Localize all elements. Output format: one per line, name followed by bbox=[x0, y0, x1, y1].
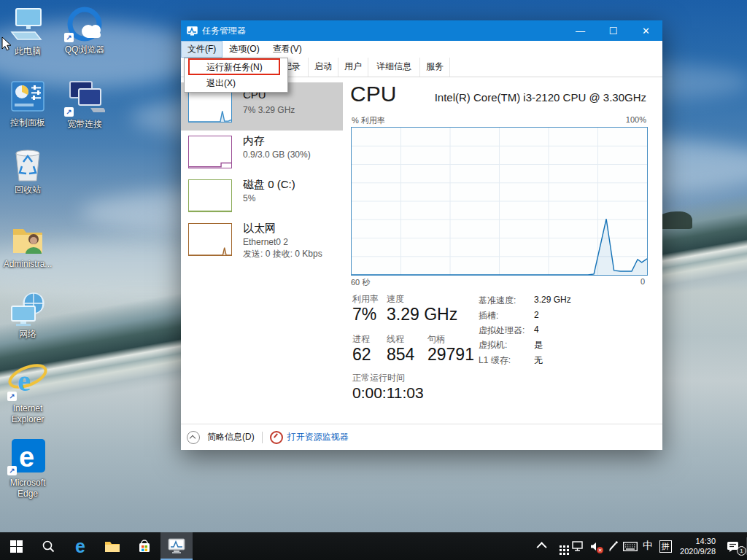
taskbar-task-manager-button[interactable] bbox=[160, 532, 193, 560]
file-menu-dropdown: 运行新任务(N) 退出(X) bbox=[184, 58, 288, 93]
sidebar-item-disk[interactable]: 磁盘 0 (C:) 5% bbox=[181, 175, 343, 219]
menu-file[interactable]: 文件(F) bbox=[181, 41, 222, 58]
action-center-button[interactable]: 1 bbox=[721, 532, 743, 560]
disk-sparkline bbox=[189, 180, 231, 211]
close-button[interactable]: ✕ bbox=[630, 20, 662, 41]
resource-monitor-icon bbox=[270, 431, 283, 444]
taskbar-file-explorer-button[interactable] bbox=[96, 532, 128, 560]
resource-monitor-label: 打开资源监视器 bbox=[287, 431, 349, 443]
desktop-icon-broadband[interactable]: ↗ 宽带连接 bbox=[55, 80, 114, 130]
desktop-icon-recycle-bin[interactable]: 回收站 bbox=[0, 146, 57, 195]
taskbar-edge-button[interactable]: e bbox=[64, 532, 96, 560]
desktop-icon-qq-browser[interactable]: ↗ QQ浏览器 bbox=[55, 6, 114, 55]
task-manager-window: 任务管理器 — ☐ ✕ 文件(F) 选项(O) 查看(V) 进程 性能 应用历史… bbox=[181, 20, 662, 450]
task-manager-app-icon bbox=[187, 26, 198, 36]
perf-heading: CPU bbox=[350, 82, 396, 106]
user-folder-icon bbox=[7, 220, 48, 257]
tray-show-hidden-icons[interactable] bbox=[534, 532, 551, 560]
sidebar-title: 内存 bbox=[243, 134, 265, 148]
sidebar-item-memory[interactable]: 内存 0.9/3.0 GB (30%) bbox=[181, 131, 343, 175]
network-monitor-icon bbox=[572, 541, 584, 551]
sidebar-sub: 5% bbox=[243, 192, 255, 204]
internet-explorer-icon: e ↗ bbox=[7, 360, 48, 401]
desktop-icon-network[interactable]: 网络 bbox=[0, 290, 57, 340]
stat-threads: 854 bbox=[387, 345, 414, 365]
clock-time: 14:30 bbox=[680, 536, 716, 546]
x-axis-left: 60 秒 bbox=[351, 277, 370, 288]
desktop-icon-admin-folder[interactable]: Administra... bbox=[0, 220, 57, 270]
ethernet-sparkline bbox=[189, 224, 231, 255]
sidebar-sub: 0.9/3.0 GB (30%) bbox=[243, 149, 311, 160]
taskbar: e ✕ 中 拼 bbox=[0, 532, 747, 560]
mouse-cursor bbox=[1, 36, 13, 52]
chevron-up-icon bbox=[537, 542, 547, 552]
info-value-sockets: 2 bbox=[534, 310, 539, 320]
microsoft-edge-icon: e ↗ bbox=[7, 438, 48, 475]
qq-browser-icon: ↗ bbox=[64, 6, 105, 42]
minimize-button[interactable]: — bbox=[564, 20, 597, 41]
tray-ime-mode[interactable]: 中 bbox=[639, 532, 657, 560]
open-resource-monitor-link[interactable]: 打开资源监视器 bbox=[270, 431, 349, 444]
network-icon bbox=[7, 290, 48, 327]
icon-label: 回收站 bbox=[0, 184, 57, 195]
menu-view[interactable]: 查看(V) bbox=[266, 41, 309, 58]
search-button[interactable] bbox=[32, 532, 64, 560]
tab-details[interactable]: 详细信息 bbox=[368, 58, 420, 77]
tab-services[interactable]: 服务 bbox=[420, 58, 450, 77]
chevron-up-circle-icon bbox=[187, 431, 200, 444]
edge-icon: e bbox=[75, 536, 85, 557]
stat-handles: 29791 bbox=[427, 345, 474, 365]
start-button[interactable] bbox=[0, 532, 32, 560]
stat-label-speed: 速度 bbox=[387, 293, 404, 306]
icon-label: 控制面板 bbox=[0, 117, 57, 128]
stat-speed: 3.29 GHz bbox=[387, 305, 457, 324]
stat-processes: 62 bbox=[352, 345, 371, 365]
uptime-value: 0:00:11:03 bbox=[352, 384, 424, 402]
this-pc-icon bbox=[7, 7, 48, 44]
tab-startup[interactable]: 启动 bbox=[309, 58, 338, 77]
info-value-l1-cache: 无 bbox=[534, 354, 543, 367]
ime-pinyin-badge: 拼 bbox=[659, 540, 672, 553]
pen-icon bbox=[608, 541, 619, 552]
tray-touch-keyboard-icon[interactable] bbox=[622, 532, 639, 560]
fewer-details-button[interactable]: 简略信息(D) bbox=[181, 431, 255, 444]
sidebar-item-ethernet[interactable]: 以太网 Ethernet0 2 发送: 0 接收: 0 Kbps bbox=[181, 219, 343, 265]
taskbar-clock[interactable]: 14:30 2020/9/28 bbox=[674, 536, 721, 556]
icon-label: Internet Explorer bbox=[0, 403, 57, 425]
tray-grid-icon[interactable] bbox=[551, 532, 569, 560]
titlebar: 任务管理器 — ☐ ✕ bbox=[181, 20, 662, 41]
memory-sparkline bbox=[189, 136, 231, 168]
menu-item-run-new-task[interactable]: 运行新任务(N) bbox=[185, 59, 287, 75]
tray-pen-icon[interactable] bbox=[604, 532, 622, 560]
info-value-virtual-machine: 是 bbox=[534, 339, 543, 351]
tray-network-icon[interactable] bbox=[569, 532, 587, 560]
menu-item-exit[interactable]: 退出(X) bbox=[185, 75, 287, 91]
stat-label-utilization: 利用率 bbox=[352, 293, 379, 306]
tray-ime-pinyin[interactable]: 拼 bbox=[657, 532, 674, 560]
info-value-virtual-processors: 4 bbox=[534, 324, 539, 335]
tray-volume-muted-icon[interactable]: ✕ bbox=[587, 532, 604, 560]
tab-users[interactable]: 用户 bbox=[338, 58, 368, 77]
desktop-icon-microsoft-edge[interactable]: e ↗ Microsoft Edge bbox=[0, 438, 57, 499]
stat-label-handles: 句柄 bbox=[427, 333, 445, 346]
icon-label: Microsoft Edge bbox=[0, 478, 57, 499]
shortcut-arrow-icon: ↗ bbox=[7, 466, 17, 475]
icon-label: 网络 bbox=[0, 329, 57, 340]
icon-label: QQ浏览器 bbox=[55, 44, 114, 55]
keyboard-icon bbox=[623, 542, 638, 551]
info-label-sockets: 插槽: bbox=[479, 310, 498, 322]
shortcut-arrow-icon: ↗ bbox=[7, 392, 17, 401]
maximize-button[interactable]: ☐ bbox=[597, 20, 630, 41]
desktop-icon-internet-explorer[interactable]: e ↗ Internet Explorer bbox=[0, 360, 57, 425]
search-icon bbox=[42, 540, 55, 553]
desktop: 此电脑 ↗ QQ浏览器 控制面板 ↗ 宽带连接 回收站 Administra..… bbox=[0, 0, 747, 560]
info-label-virtual-machine: 虚拟机: bbox=[479, 339, 507, 351]
notification-count-badge: 1 bbox=[737, 546, 746, 556]
info-label-base-speed: 基准速度: bbox=[479, 295, 516, 307]
menu-options[interactable]: 选项(O) bbox=[222, 41, 266, 58]
uptime-label: 正常运行时间 bbox=[352, 372, 405, 384]
desktop-icon-control-panel[interactable]: 控制面板 bbox=[0, 79, 57, 128]
svg-text:e: e bbox=[18, 365, 31, 397]
ime-chinese-label: 中 bbox=[643, 540, 653, 553]
taskbar-store-button[interactable] bbox=[128, 532, 160, 560]
